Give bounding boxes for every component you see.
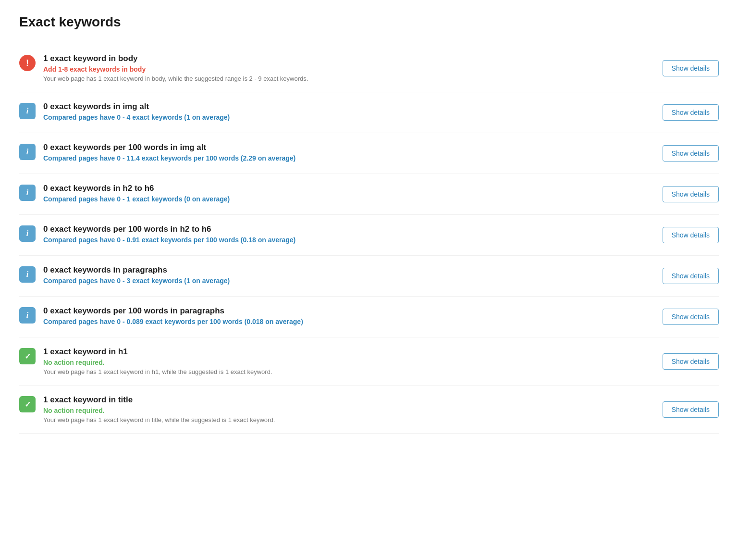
item-action: Compared pages have 0 - 4 exact keywords… — [43, 113, 645, 121]
info-icon: i — [19, 144, 36, 160]
item-content: 0 exact keywords per 100 words in paragr… — [43, 306, 645, 327]
list-item: i0 exact keywords per 100 words in parag… — [19, 297, 719, 337]
list-item: ✓1 exact keyword in titleNo action requi… — [19, 386, 719, 434]
show-details-button[interactable]: Show details — [663, 268, 719, 284]
show-details-button[interactable]: Show details — [663, 60, 719, 76]
list-item: i0 exact keywords per 100 words in h2 to… — [19, 215, 719, 256]
item-description: Your web page has 1 exact keyword in bod… — [43, 75, 645, 82]
list-item: !1 exact keyword in bodyAdd 1-8 exact ke… — [19, 44, 719, 92]
show-details-button[interactable]: Show details — [663, 227, 719, 243]
info-icon: i — [19, 225, 36, 242]
info-icon: i — [19, 185, 36, 201]
item-title: 0 exact keywords per 100 words in img al… — [43, 143, 645, 152]
list-item: ✓1 exact keyword in h1No action required… — [19, 337, 719, 386]
item-title: 1 exact keyword in body — [43, 54, 645, 63]
item-action: Compared pages have 0 - 0.91 exact keywo… — [43, 236, 645, 244]
item-description: Your web page has 1 exact keyword in h1,… — [43, 368, 645, 375]
item-title: 0 exact keywords in img alt — [43, 102, 645, 112]
item-action: No action required. — [43, 407, 645, 414]
item-description: Your web page has 1 exact keyword in tit… — [43, 416, 645, 423]
list-item: i0 exact keywords in img altCompared pag… — [19, 92, 719, 133]
item-title: 0 exact keywords per 100 words in h2 to … — [43, 224, 645, 234]
info-icon: i — [19, 103, 36, 119]
show-details-button[interactable]: Show details — [663, 104, 719, 121]
item-title: 0 exact keywords per 100 words in paragr… — [43, 306, 645, 316]
item-action: Add 1-8 exact keywords in body — [43, 65, 645, 73]
info-icon: i — [19, 266, 36, 283]
show-details-button[interactable]: Show details — [663, 309, 719, 325]
item-content: 0 exact keywords in paragraphsCompared p… — [43, 265, 645, 286]
item-action: Compared pages have 0 - 3 exact keywords… — [43, 277, 645, 285]
item-title: 0 exact keywords in paragraphs — [43, 265, 645, 275]
item-action: No action required. — [43, 359, 645, 366]
item-content: 0 exact keywords in h2 to h6Compared pag… — [43, 184, 645, 205]
list-item: i0 exact keywords in paragraphsCompared … — [19, 256, 719, 297]
item-action: Compared pages have 0 - 1 exact keywords… — [43, 195, 645, 203]
list-item: i0 exact keywords per 100 words in img a… — [19, 133, 719, 174]
page-title: Exact keywords — [19, 14, 719, 30]
item-action: Compared pages have 0 - 11.4 exact keywo… — [43, 154, 645, 162]
item-content: 0 exact keywords per 100 words in h2 to … — [43, 224, 645, 246]
item-title: 1 exact keyword in h1 — [43, 347, 645, 357]
success-icon: ✓ — [19, 396, 36, 412]
show-details-button[interactable]: Show details — [663, 145, 719, 162]
list-item: i0 exact keywords in h2 to h6Compared pa… — [19, 174, 719, 215]
item-content: 1 exact keyword in bodyAdd 1-8 exact key… — [43, 54, 645, 82]
item-action: Compared pages have 0 - 0.089 exact keyw… — [43, 318, 645, 325]
info-icon: i — [19, 307, 36, 324]
item-content: 1 exact keyword in h1No action required.… — [43, 347, 645, 375]
success-icon: ✓ — [19, 348, 36, 364]
error-icon: ! — [19, 55, 36, 71]
show-details-button[interactable]: Show details — [663, 186, 719, 202]
show-details-button[interactable]: Show details — [663, 401, 719, 418]
item-title: 1 exact keyword in title — [43, 395, 645, 405]
item-content: 1 exact keyword in titleNo action requir… — [43, 395, 645, 423]
item-content: 0 exact keywords in img altCompared page… — [43, 102, 645, 123]
show-details-button[interactable]: Show details — [663, 353, 719, 370]
item-content: 0 exact keywords per 100 words in img al… — [43, 143, 645, 164]
item-title: 0 exact keywords in h2 to h6 — [43, 184, 645, 193]
